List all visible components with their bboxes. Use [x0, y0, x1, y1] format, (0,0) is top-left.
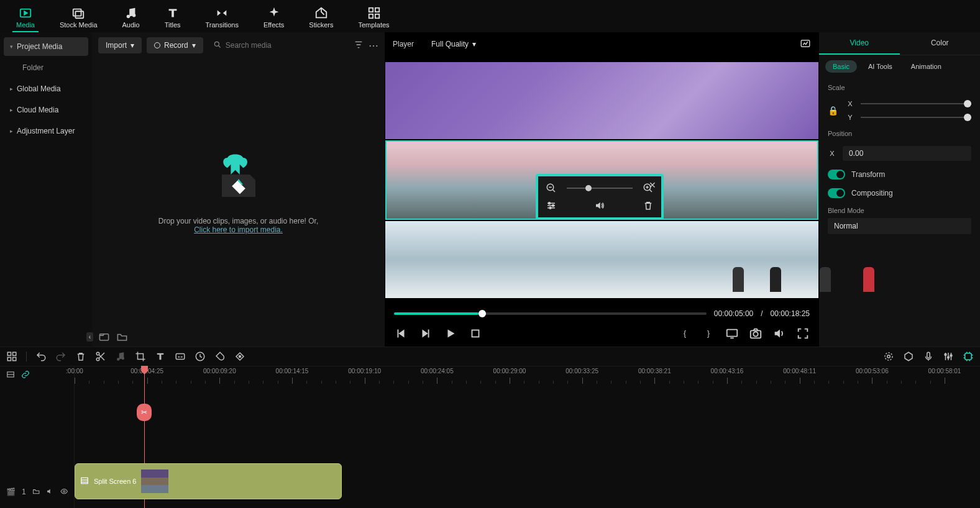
video-track-icon[interactable]: 🎬 — [6, 488, 16, 496]
pos-x-input[interactable] — [843, 146, 971, 161]
zoom-out-icon[interactable] — [546, 183, 557, 194]
record-button[interactable]: Record ▾ — [147, 37, 203, 53]
redo-icon[interactable] — [55, 351, 66, 362]
search-media[interactable] — [208, 38, 349, 53]
new-folder-icon[interactable] — [98, 331, 110, 343]
sidebar-adjustment-layer[interactable]: ▸ Adjustment Layer — [4, 122, 88, 140]
transform-toggle[interactable] — [828, 170, 845, 179]
progress-thumb[interactable] — [479, 310, 486, 317]
progress-track[interactable] — [394, 312, 707, 315]
filter-icon[interactable] — [354, 40, 364, 52]
preview-clip-3[interactable] — [385, 221, 818, 298]
delete-icon[interactable] — [75, 351, 86, 362]
nav-audio[interactable]: Audio — [119, 4, 144, 32]
scale-y-slider[interactable] — [861, 117, 971, 118]
mic-icon[interactable] — [923, 351, 934, 362]
snapshot-icon[interactable] — [749, 327, 762, 340]
timeline-ruler[interactable]: :00:0000:00:04:2500:00:09:2000:00:14:150… — [75, 366, 980, 384]
nav-titles[interactable]: Titles — [161, 4, 185, 32]
mixer-icon[interactable] — [943, 351, 954, 362]
delete-icon[interactable] — [643, 200, 654, 211]
volume-icon[interactable] — [772, 327, 786, 340]
subtab-aitools[interactable]: AI Tools — [861, 60, 900, 73]
preview-clip-1[interactable] — [385, 62, 818, 139]
nav-transitions[interactable]: Transitions — [202, 4, 242, 32]
stop-icon[interactable] — [469, 327, 482, 340]
search-input[interactable] — [226, 41, 344, 50]
mark-out-icon[interactable]: } — [702, 327, 715, 340]
render-icon[interactable] — [883, 351, 894, 362]
timeline-clip[interactable]: Split Screen 6 — [75, 463, 342, 499]
ruler-tick-label: 00:00:48:11 — [783, 368, 816, 374]
nav-transitions-label: Transitions — [206, 21, 239, 29]
svg-rect-42 — [81, 478, 88, 483]
preview-area[interactable]: ✕ — [385, 56, 818, 304]
mark-in-icon[interactable]: { — [678, 327, 692, 340]
color-icon[interactable] — [214, 351, 226, 362]
layout-icon[interactable] — [6, 351, 17, 362]
sidebar-global-media[interactable]: ▸ Global Media — [4, 79, 88, 98]
close-icon[interactable]: ✕ — [649, 180, 656, 190]
marker-icon[interactable] — [903, 351, 914, 362]
keyframe-icon[interactable] — [234, 351, 245, 362]
lock-icon[interactable]: 🔒 — [828, 106, 838, 116]
crop-icon[interactable] — [135, 351, 146, 362]
zoom-slider[interactable] — [567, 188, 633, 189]
nav-stickers[interactable]: Stickers — [305, 4, 337, 32]
track-header-icon[interactable] — [6, 370, 15, 381]
nav-templates[interactable]: Templates — [354, 4, 393, 32]
undo-icon[interactable] — [35, 351, 47, 362]
sidebar-folder[interactable]: Folder — [4, 58, 88, 77]
audio-edit-icon[interactable] — [115, 351, 126, 362]
nav-stock-label: Stock Media — [60, 21, 98, 29]
import-button[interactable]: Import ▾ — [98, 37, 142, 53]
split-icon[interactable] — [95, 351, 106, 362]
speed-icon[interactable] — [195, 351, 206, 362]
fullscreen-icon[interactable] — [796, 327, 810, 340]
duration: 00:00:18:25 — [771, 309, 810, 318]
compositing-toggle[interactable] — [828, 188, 845, 198]
next-frame-icon[interactable] — [419, 327, 433, 340]
subtab-basic[interactable]: Basic — [825, 60, 857, 73]
nav-stock-media[interactable]: Stock Media — [56, 4, 101, 32]
scale-x-slider[interactable] — [861, 103, 971, 104]
svg-rect-19 — [727, 330, 738, 337]
nav-media[interactable]: Media — [12, 4, 39, 32]
import-link[interactable]: Click here to import media. — [194, 225, 283, 234]
sidebar-project-media[interactable]: ▾ Project Media — [4, 37, 88, 56]
subtitle-icon[interactable] — [175, 351, 186, 362]
prev-frame-icon[interactable] — [394, 327, 408, 340]
nav-effects[interactable]: Effects — [260, 4, 288, 32]
tab-video[interactable]: Video — [819, 32, 900, 55]
mute-track-icon[interactable] — [46, 488, 53, 497]
sidebar-cloud-media[interactable]: ▸ Cloud Media — [4, 101, 88, 119]
tab-color[interactable]: Color — [900, 32, 981, 55]
adjust-icon[interactable] — [546, 200, 557, 211]
chevron-down-icon: ▾ — [192, 41, 196, 50]
folder-icon[interactable] — [32, 488, 40, 497]
svg-point-28 — [117, 358, 120, 361]
play-icon[interactable] — [444, 327, 457, 340]
blend-mode-select[interactable]: Normal — [828, 218, 971, 234]
quality-select[interactable]: Full Quality ▾ — [424, 36, 483, 52]
svg-rect-5 — [369, 8, 372, 12]
mute-icon[interactable] — [594, 200, 605, 211]
ai-icon[interactable] — [963, 351, 974, 362]
snapshot-compare-icon[interactable] — [800, 38, 811, 51]
nav-stickers-label: Stickers — [309, 21, 333, 29]
preview-clip-2[interactable]: ✕ — [385, 140, 818, 220]
collapse-sidebar-button[interactable]: ‹ — [86, 332, 93, 342]
svg-point-33 — [885, 353, 892, 360]
subtab-animation[interactable]: Animation — [904, 60, 949, 73]
display-icon[interactable] — [725, 327, 739, 340]
hide-track-icon[interactable] — [60, 488, 68, 497]
folder-icon[interactable] — [116, 331, 128, 343]
timeline-body[interactable]: Split Screen 6 — [75, 384, 980, 508]
text-icon[interactable] — [155, 351, 166, 362]
svg-point-32 — [239, 356, 241, 358]
top-nav: Media Stock Media Audio Titles Transitio… — [0, 0, 980, 32]
svg-rect-25 — [13, 358, 16, 361]
more-icon[interactable]: ⋯ — [369, 40, 378, 52]
link-icon[interactable] — [21, 370, 30, 381]
media-drop-area[interactable]: Drop your video clips, images, or audio … — [92, 58, 385, 327]
